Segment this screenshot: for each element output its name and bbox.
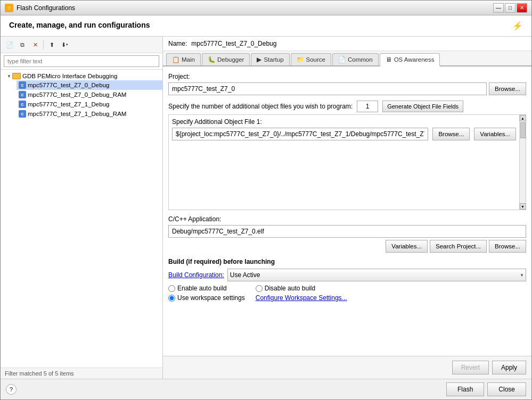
left-panel: 📄 ⧉ ✕ ⬆ ⬇▾ ▼ GDB PEMicro Interface De (1, 37, 163, 379)
header-title: Create, manage, and run configurations (9, 21, 150, 29)
window-body: 📄 ⧉ ✕ ⬆ ⬇▾ ▼ GDB PEMicro Interface De (1, 37, 531, 379)
radio-disable-label: Disable auto build (265, 285, 315, 292)
main-tab-label: Main (182, 56, 195, 63)
obj-browse-button[interactable]: Browse... (432, 128, 470, 140)
scroll-down-button[interactable]: ▼ (520, 203, 526, 210)
folder-icon (12, 73, 21, 79)
maximize-button[interactable]: □ (505, 3, 515, 13)
obj-count-input[interactable] (357, 101, 378, 112)
cc-browse-button[interactable]: Browse... (489, 240, 526, 253)
obj-variables-button[interactable]: Variables... (474, 128, 516, 140)
tab-os-awareness[interactable]: 🖥 OS Awareness (380, 53, 440, 66)
project-input[interactable] (168, 82, 487, 95)
c-badge-1: c (19, 91, 26, 98)
revert-button[interactable]: Revert (452, 361, 489, 374)
radio-enable-auto-build[interactable]: Enable auto build (168, 285, 245, 292)
scroll-thumb[interactable] (520, 122, 526, 138)
project-label: Project: (168, 73, 526, 80)
tree-item-0[interactable]: c mpc5777C_test_Z7_0_Debug (17, 80, 162, 90)
tree-item-label-0: mpc5777C_test_Z7_0_Debug (28, 82, 109, 88)
delete-config-button[interactable]: ✕ (29, 39, 41, 51)
name-label: Name: (168, 40, 187, 47)
window-title: Flash Configurations (17, 4, 493, 12)
window-header: Create, manage, and run configurations ⚡ (1, 15, 531, 37)
tree-root: ▼ GDB PEMicro Interface Debugging c mpc5… (1, 72, 162, 119)
panel-content: Project: Browse... Specify the number of… (163, 66, 531, 356)
build-section: Build (if required) before launching Bui… (168, 258, 526, 302)
new-config-button[interactable]: 📄 (4, 39, 15, 51)
import-config-button[interactable]: ⬇▾ (59, 39, 70, 51)
os-tab-icon: 🖥 (386, 56, 392, 63)
lightning-icon: ⚡ (512, 21, 523, 31)
flash-configurations-window: ⚡ Flash Configurations — □ ✕ Create, man… (0, 0, 532, 400)
build-config-select[interactable]: Use Active Select Automatically Disable … (227, 269, 526, 281)
debugger-tab-icon: 🐛 (208, 56, 215, 63)
project-browse-button[interactable]: Browse... (489, 82, 526, 95)
apply-button[interactable]: Apply (492, 361, 526, 374)
filter-status: Filter matched 5 of 5 items (5, 370, 74, 377)
c-badge-0: c (19, 81, 26, 89)
radio-enable-input[interactable] (168, 285, 175, 292)
obj-file-1-input[interactable] (172, 128, 428, 140)
minimize-button[interactable]: — (493, 3, 504, 13)
copy-config-button[interactable]: ⧉ (17, 39, 28, 51)
tree-item-2[interactable]: c mpc5777C_test_Z7_1_Debug (17, 99, 162, 109)
debugger-tab-label: Debugger (217, 56, 244, 63)
tabs-row: 📋 Main 🐛 Debugger ▶ Startup 📁 Source 📄 (163, 51, 531, 66)
tab-source[interactable]: 📁 Source (291, 53, 331, 65)
tab-startup[interactable]: ▶ Startup (251, 53, 289, 65)
obj-files-group: Specify the number of additional object … (168, 101, 526, 210)
expand-arrow: ▼ (6, 74, 12, 79)
radio-use-workspace[interactable]: Use workspace settings (168, 294, 245, 302)
tree-item-label-3: mpc5777C_test_Z7_1_Debug_RAM (28, 111, 126, 117)
flash-button[interactable]: Flash (446, 382, 484, 396)
main-tab-icon: 📋 (172, 56, 179, 63)
radio-workspace-input[interactable] (168, 295, 175, 302)
radio-disable-auto-build[interactable]: Disable auto build (256, 285, 347, 292)
filter-input[interactable] (4, 55, 159, 67)
build-config-link[interactable]: Build Configuration: (168, 271, 224, 279)
title-bar: ⚡ Flash Configurations — □ ✕ (1, 1, 531, 15)
search-project-button[interactable]: Search Project... (430, 240, 487, 253)
obj-files-panel: Specify Additional Object File 1: Browse… (168, 114, 526, 210)
tab-common[interactable]: 📄 Common (332, 53, 379, 65)
tree-item-1[interactable]: c mpc5777C_test_Z7_0_Debug_RAM (17, 90, 162, 99)
tree-item-label-2: mpc5777C_test_Z7_1_Debug (28, 101, 109, 107)
tree-item-label-1: mpc5777C_test_Z7_0_Debug_RAM (28, 91, 126, 98)
configure-workspace-row: Configure Workspace Settings... (256, 294, 347, 302)
obj-file-row-1: Specify Additional Object File 1: (172, 118, 516, 126)
radio-disable-input[interactable] (256, 285, 263, 292)
obj-count-row: Specify the number of additional object … (168, 101, 526, 112)
radio-col-left: Enable auto build Use workspace settings (168, 285, 245, 302)
tree-root-item[interactable]: ▼ GDB PEMicro Interface Debugging (4, 72, 162, 80)
radio-workspace-label: Use workspace settings (177, 294, 245, 302)
export-config-button[interactable]: ⬆ (46, 39, 58, 51)
generate-obj-fields-button[interactable]: Generate Object File Fields (382, 101, 463, 112)
startup-tab-label: Startup (264, 56, 283, 63)
project-input-row: Browse... (168, 82, 526, 95)
tab-main[interactable]: 📋 Main (166, 53, 201, 65)
close-button[interactable]: Close (487, 382, 526, 396)
build-config-dropdown-wrap: Use Active Select Automatically Disable … (227, 269, 526, 281)
window-footer: ? Flash Close (1, 379, 531, 399)
configure-workspace-link[interactable]: Configure Workspace Settings... (256, 294, 347, 302)
obj-files-scrollbar[interactable]: ▲ ▼ (519, 115, 526, 210)
tab-debugger[interactable]: 🐛 Debugger (202, 53, 250, 65)
common-tab-icon: 📄 (338, 56, 346, 63)
name-value: mpc5777C_test_Z7_0_Debug (191, 40, 276, 47)
variables-button[interactable]: Variables... (386, 240, 428, 253)
obj-file-1-input-row: Browse... Variables... (172, 128, 516, 140)
source-tab-label: Source (306, 56, 325, 63)
obj-count-label: Specify the number of additional object … (168, 103, 353, 110)
tree-item-3[interactable]: c mpc5777C_test_Z7_1_Debug_RAM (17, 109, 162, 119)
radio-col-right: Disable auto build Configure Workspace S… (256, 285, 347, 302)
build-config-row: Build Configuration: Use Active Select A… (168, 269, 526, 281)
scroll-up-button[interactable]: ▲ (520, 115, 526, 121)
project-field-group: Project: Browse... (168, 73, 526, 95)
cc-app-buttons-row: Variables... Search Project... Browse... (168, 240, 526, 253)
footer-buttons: Flash Close (446, 382, 526, 396)
source-tab-icon: 📁 (297, 56, 304, 63)
cc-app-input[interactable] (168, 225, 526, 238)
help-button[interactable]: ? (6, 384, 17, 395)
close-window-button[interactable]: ✕ (517, 3, 527, 13)
